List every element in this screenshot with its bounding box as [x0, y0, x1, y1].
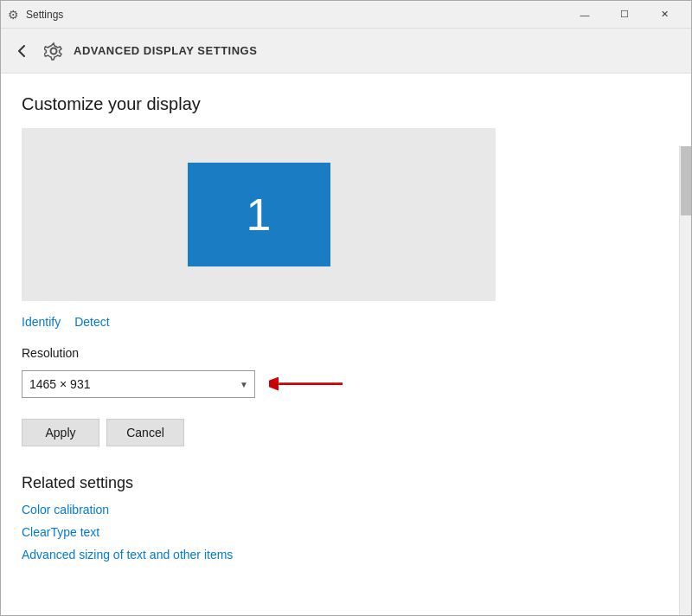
title-bar: ⚙ Settings — ☐ ✕ — [1, 1, 691, 29]
title-bar-title: Settings — [26, 9, 63, 21]
advanced-sizing-link[interactable]: Advanced sizing of text and other items — [22, 548, 665, 561]
monitor-number: 1 — [247, 189, 272, 241]
apply-button[interactable]: Apply — [22, 419, 99, 446]
scrollbar[interactable] — [679, 146, 691, 615]
display-preview: 1 — [22, 128, 496, 301]
back-button[interactable] — [15, 43, 30, 59]
monitor-box: 1 — [188, 163, 330, 266]
resolution-row: 1465 × 931 1920 × 1080 1280 × 720 1024 ×… — [22, 367, 665, 401]
title-bar-controls: — ☐ ✕ — [565, 1, 684, 29]
section-title: Customize your display — [22, 94, 665, 114]
window-body: Customize your display 1 Identify Detect… — [1, 74, 691, 615]
related-settings-title: Related settings — [22, 474, 665, 492]
resolution-select-wrapper: 1465 × 931 1920 × 1080 1280 × 720 1024 ×… — [22, 370, 255, 398]
cancel-button[interactable]: Cancel — [106, 419, 184, 446]
arrow-svg — [269, 367, 347, 401]
resolution-label: Resolution — [22, 346, 665, 360]
close-button[interactable]: ✕ — [644, 1, 684, 29]
scrollbar-thumb[interactable] — [681, 146, 691, 215]
settings-window: ⚙ Settings — ☐ ✕ ADVANCED DISPLAY SETTIN… — [0, 0, 692, 616]
maximize-button[interactable]: ☐ — [605, 1, 644, 29]
detect-link[interactable]: Detect — [74, 315, 109, 329]
main-content: Customize your display 1 Identify Detect… — [1, 74, 691, 615]
related-links: Color calibration ClearType text Advance… — [22, 503, 665, 561]
header-bar: ADVANCED DISPLAY SETTINGS — [1, 29, 691, 74]
identify-link[interactable]: Identify — [22, 315, 61, 329]
red-arrow-indicator — [269, 367, 347, 401]
page-title: ADVANCED DISPLAY SETTINGS — [74, 44, 257, 57]
link-row: Identify Detect — [22, 315, 665, 329]
button-row: Apply Cancel — [22, 419, 665, 446]
settings-app-icon: ⚙ — [8, 8, 19, 22]
resolution-select[interactable]: 1465 × 931 1920 × 1080 1280 × 720 1024 ×… — [22, 370, 255, 398]
back-icon — [15, 43, 30, 59]
title-bar-left: ⚙ Settings — [8, 8, 565, 22]
cleartype-text-link[interactable]: ClearType text — [22, 525, 665, 539]
color-calibration-link[interactable]: Color calibration — [22, 503, 665, 517]
svg-point-0 — [51, 48, 57, 54]
gear-icon — [44, 42, 63, 61]
minimize-button[interactable]: — — [565, 1, 605, 29]
